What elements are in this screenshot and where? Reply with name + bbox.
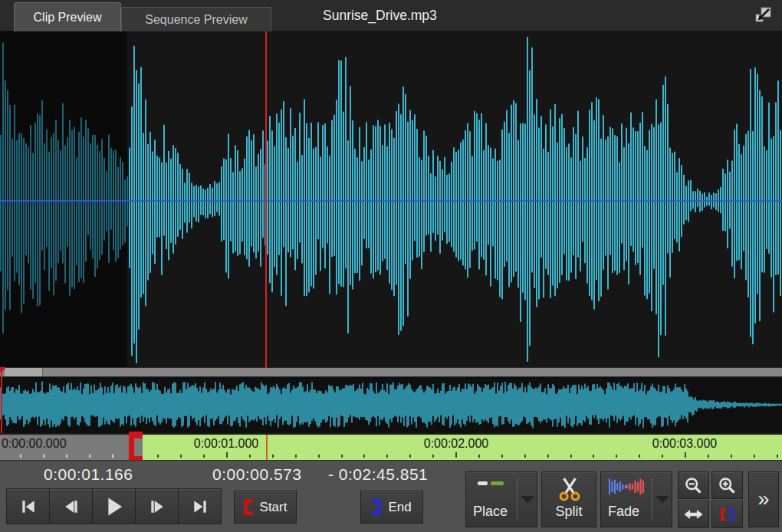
ruler-tick bbox=[616, 455, 617, 458]
play-icon bbox=[104, 496, 125, 517]
file-title: Sunrise_Drive.mp3 bbox=[323, 8, 437, 24]
place-button[interactable]: Place bbox=[465, 471, 537, 527]
ruler-tick bbox=[318, 455, 320, 458]
place-dropdown-arrow-icon[interactable] bbox=[521, 496, 534, 504]
ruler-tick bbox=[89, 455, 90, 458]
ruler-tick bbox=[662, 455, 663, 458]
zoom-out-icon bbox=[684, 476, 703, 495]
fade-dropdown-arrow-icon[interactable] bbox=[656, 496, 669, 504]
scissors-icon bbox=[557, 475, 583, 503]
ruler-tick bbox=[66, 455, 67, 458]
step-forward-icon bbox=[149, 498, 166, 515]
end-button-label: End bbox=[388, 500, 411, 515]
ruler-playhead-line bbox=[266, 435, 268, 460]
fade-button-label: Fade bbox=[608, 504, 639, 520]
split-button-label: Split bbox=[555, 504, 582, 520]
ruler-tick bbox=[478, 455, 480, 458]
ruler-tick bbox=[524, 455, 526, 458]
step-back-icon bbox=[63, 498, 80, 515]
tab-sequence-preview-label: Sequence Preview bbox=[145, 13, 247, 27]
overview-waveform[interactable] bbox=[0, 377, 782, 433]
ruler-tick bbox=[341, 455, 343, 458]
fade-divider bbox=[652, 478, 652, 521]
zoom-in-button[interactable] bbox=[711, 471, 743, 499]
set-range-start-button[interactable]: Start bbox=[234, 491, 297, 524]
place-button-label: Place bbox=[473, 504, 508, 520]
ruler-tick bbox=[685, 452, 686, 458]
selection-length-display: 0:00:00.573 bbox=[212, 465, 301, 484]
ruler-label: 0:00:03.000 bbox=[652, 437, 718, 451]
tab-bar: Clip Preview Sequence Preview Sunrise_Dr… bbox=[0, 0, 782, 31]
ruler-tick bbox=[501, 455, 503, 458]
main-waveform[interactable] bbox=[0, 31, 782, 367]
timeline-ruler[interactable]: 0:00:00.0000:00:01.0000:00:02.0000:00:03… bbox=[0, 433, 782, 460]
remaining-time-display: - 0:02:45.851 bbox=[328, 465, 428, 484]
clip-dashes-icon bbox=[478, 481, 504, 485]
skip-to-start-button[interactable] bbox=[6, 488, 50, 524]
ruler-tick bbox=[432, 455, 434, 458]
zoom-in-icon bbox=[718, 476, 737, 495]
start-button-label: Start bbox=[260, 500, 288, 515]
place-divider bbox=[517, 478, 518, 521]
ruler-label: 0:00:00.000 bbox=[2, 437, 67, 451]
ruler-tick bbox=[386, 455, 388, 458]
ruler-tick bbox=[570, 455, 572, 458]
audio-editor-window: Clip Preview Sequence Preview Sunrise_Dr… bbox=[0, 0, 782, 532]
overview-playhead-marker[interactable] bbox=[1, 367, 2, 433]
double-chevron-right-icon: » bbox=[757, 488, 769, 511]
ruler-label: 0:00:01.000 bbox=[194, 437, 259, 451]
tab-clip-preview-label: Clip Preview bbox=[34, 11, 102, 25]
ruler-tick bbox=[593, 455, 594, 458]
playhead-line[interactable] bbox=[265, 31, 267, 368]
ruler-tick bbox=[639, 455, 640, 458]
ruler-tick bbox=[295, 455, 297, 458]
step-back-button[interactable] bbox=[49, 488, 93, 524]
ruler-tick bbox=[363, 455, 365, 458]
fit-width-icon bbox=[683, 506, 704, 523]
ruler-tick bbox=[249, 455, 251, 458]
skip-to-end-button[interactable] bbox=[178, 488, 222, 524]
fade-button[interactable]: Fade bbox=[600, 471, 672, 527]
ruler-tick bbox=[226, 452, 228, 458]
ruler-tick bbox=[112, 455, 113, 458]
skip-to-start-icon bbox=[20, 498, 37, 515]
toolbar: 0:00:01.166 0:00:00.573 - 0:02:45.851 bbox=[0, 460, 782, 532]
ruler-tick bbox=[180, 455, 182, 458]
scrollbar-thumb[interactable] bbox=[5, 368, 43, 376]
ruler-tick bbox=[455, 452, 457, 458]
ruler-tick bbox=[43, 455, 44, 458]
restore-window-icon[interactable] bbox=[753, 5, 773, 25]
tab-clip-preview[interactable]: Clip Preview bbox=[14, 2, 121, 31]
overview-scrollbar[interactable] bbox=[0, 367, 782, 377]
ruler-tick bbox=[272, 455, 274, 458]
more-tools-button[interactable]: » bbox=[748, 471, 779, 527]
ruler-label: 0:00:02.000 bbox=[424, 437, 489, 451]
split-button[interactable]: Split bbox=[541, 471, 596, 527]
ruler-tick bbox=[547, 455, 549, 458]
red-open-bracket-icon bbox=[244, 499, 253, 515]
zoom-to-range-icon bbox=[718, 506, 737, 523]
ruler-tick bbox=[203, 455, 205, 458]
ruler-tick bbox=[409, 455, 411, 458]
play-button[interactable] bbox=[92, 488, 136, 524]
tab-sequence-preview[interactable]: Sequence Preview bbox=[121, 7, 271, 31]
ruler-tick bbox=[157, 455, 159, 458]
zoom-out-button[interactable] bbox=[678, 471, 709, 499]
ruler-tick bbox=[754, 455, 755, 458]
zoom-to-range-button[interactable] bbox=[711, 501, 743, 528]
overview-playhead-triangle-icon bbox=[0, 367, 6, 373]
position-time-display: 0:00:01.166 bbox=[44, 465, 133, 484]
crossfade-icon bbox=[606, 475, 646, 498]
set-range-end-button[interactable]: End bbox=[360, 491, 423, 524]
step-forward-button[interactable] bbox=[135, 488, 179, 524]
ruler-tick bbox=[731, 455, 732, 458]
ruler-tick bbox=[777, 455, 778, 458]
ruler-tick bbox=[708, 455, 709, 458]
fit-width-button[interactable] bbox=[678, 501, 709, 528]
skip-to-end-icon bbox=[192, 498, 209, 515]
range-start-bracket-icon[interactable] bbox=[129, 432, 143, 463]
blue-close-bracket-icon bbox=[372, 499, 381, 515]
ruler-tick bbox=[20, 455, 21, 458]
